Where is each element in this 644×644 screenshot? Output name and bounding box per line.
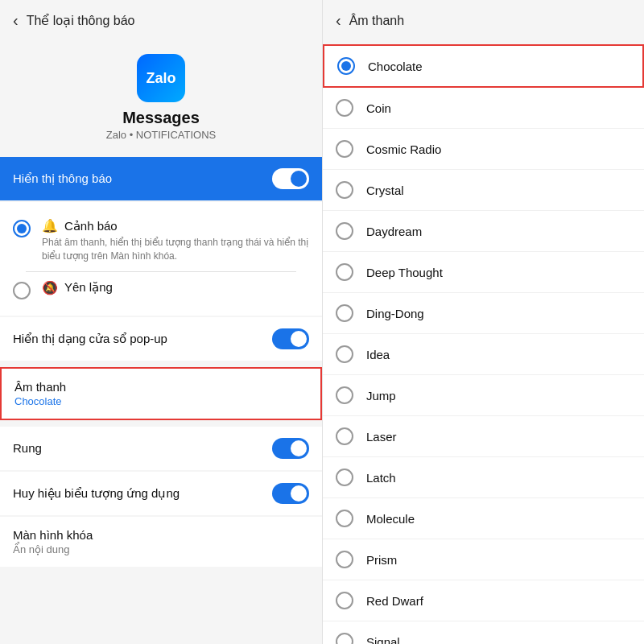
alert-option[interactable]: 🔔 Cảnh báo Phát âm thanh, hiển thị biểu … (13, 210, 309, 271)
sound-radio-dot (336, 386, 353, 404)
left-back-button[interactable]: ‹ (13, 11, 19, 30)
sound-item-label: Coin (366, 101, 391, 115)
vibrate-row[interactable]: Rung (0, 427, 322, 470)
sound-item-label: Red Dwarf (366, 594, 423, 608)
badge-row[interactable]: Huy hiệu biểu tượng ứng dụng (0, 472, 322, 515)
badge-knob (291, 485, 307, 502)
sound-radio-dot (336, 263, 353, 281)
silent-radio[interactable] (13, 282, 31, 299)
sound-item[interactable]: Jump (323, 375, 644, 416)
show-notification-label: Hiển thị thông báo (13, 171, 112, 186)
sound-item[interactable]: Laser (323, 416, 644, 457)
sound-item-label: Idea (366, 348, 390, 361)
badge-toggle[interactable] (272, 483, 309, 504)
alert-radio[interactable] (13, 220, 31, 237)
sound-item-label: Laser (366, 430, 397, 444)
notification-type-section: 🔔 Cảnh báo Phát âm thanh, hiển thị biểu … (0, 202, 322, 316)
sound-item-label: Chocolate (368, 60, 423, 73)
sound-item[interactable]: Red Dwarf (323, 580, 644, 621)
show-notification-toggle[interactable] (272, 168, 309, 189)
alert-description: Phát âm thanh, hiển thị biểu tượng thanh… (42, 236, 309, 263)
sound-label: Âm thanh (14, 380, 308, 394)
badge-label: Huy hiệu biểu tượng ứng dụng (13, 486, 180, 501)
sound-item[interactable]: Prism (323, 539, 644, 580)
right-back-button[interactable]: ‹ (336, 11, 341, 30)
sound-item-label: Latch (366, 471, 396, 485)
sound-value: Chocolate (14, 395, 308, 407)
alert-content: 🔔 Cảnh báo Phát âm thanh, hiển thị biểu … (42, 218, 309, 263)
lock-screen-label: Màn hình khóa (13, 528, 309, 542)
vibrate-knob (291, 440, 307, 456)
sound-item[interactable]: Molecule (323, 498, 644, 539)
app-info: Zalo Messages Zalo • NOTIFICATIONS (0, 41, 322, 151)
sound-radio-dot (337, 57, 355, 75)
sound-list: ChocolateCoinCosmic RadioCrystalDaydream… (323, 44, 644, 644)
mute-bell-icon: 🔕 (42, 280, 58, 295)
silent-title: 🔕 Yên lặng (42, 280, 309, 295)
sound-item[interactable]: Crystal (323, 170, 644, 211)
silent-content: 🔕 Yên lặng (42, 280, 309, 295)
bell-icon: 🔔 (42, 218, 58, 233)
sound-radio-dot (336, 592, 353, 609)
sound-radio-dot (336, 633, 353, 644)
sound-item-label: Deep Thought (366, 266, 443, 279)
right-header: ‹ Âm thanh (323, 0, 644, 41)
app-icon: Zalo (137, 54, 185, 102)
sound-item-label: Daydream (366, 225, 422, 238)
sound-radio-dot (336, 510, 353, 527)
left-header: ‹ Thể loại thông báo (0, 0, 322, 41)
sound-item[interactable]: Daydream (323, 211, 644, 252)
popup-toggle-row[interactable]: Hiển thị dạng cửa sổ pop-up (0, 317, 322, 361)
app-name: Messages (122, 109, 200, 127)
sound-radio-dot (336, 551, 353, 568)
app-subtitle: Zalo • NOTIFICATIONS (106, 129, 217, 141)
vibrate-label: Rung (13, 441, 42, 455)
sound-item[interactable]: Signal (323, 621, 644, 644)
sound-row[interactable]: Âm thanh Chocolate (0, 367, 322, 420)
sound-radio-dot (336, 345, 353, 363)
sound-item[interactable]: Coin (323, 88, 644, 129)
vibrate-toggle[interactable] (272, 438, 309, 459)
toggle-knob (291, 171, 307, 187)
show-notification-row[interactable]: Hiển thị thông báo (0, 157, 322, 200)
right-header-title: Âm thanh (349, 14, 404, 28)
sound-item-label: Molecule (366, 512, 415, 526)
popup-toggle-label: Hiển thị dạng cửa sổ pop-up (13, 332, 167, 346)
sound-radio-dot (336, 99, 353, 117)
popup-toggle-knob (291, 331, 307, 347)
sound-item[interactable]: Idea (323, 334, 644, 375)
sound-item[interactable]: Chocolate (323, 44, 644, 88)
alert-title: 🔔 Cảnh báo (42, 218, 309, 233)
sound-item-label: Cosmic Radio (366, 142, 441, 156)
sound-item-label: Prism (366, 553, 397, 567)
left-header-title: Thể loại thông báo (27, 13, 135, 28)
lock-screen-sublabel: Ẩn nội dung (13, 543, 309, 555)
sound-radio-dot (336, 140, 353, 158)
lock-screen-row[interactable]: Màn hình khóa Ẩn nội dung (0, 517, 322, 567)
sound-radio-dot (336, 427, 353, 445)
sound-radio-dot (336, 181, 353, 199)
sound-item[interactable]: Cosmic Radio (323, 129, 644, 170)
app-icon-text: Zalo (146, 70, 175, 87)
sound-radio-dot (336, 304, 353, 322)
sound-item[interactable]: Deep Thought (323, 252, 644, 293)
sound-radio-dot (336, 222, 353, 240)
popup-toggle-switch[interactable] (272, 328, 309, 349)
silent-option[interactable]: 🔕 Yên lặng (13, 272, 309, 308)
sound-radio-dot (336, 469, 353, 486)
sound-item-label: Ding-Dong (366, 307, 424, 320)
sound-item-label: Crystal (366, 184, 404, 197)
sound-item-label: Jump (366, 389, 396, 402)
sound-item[interactable]: Ding-Dong (323, 293, 644, 334)
sound-item[interactable]: Latch (323, 457, 644, 498)
left-panel: ‹ Thể loại thông báo Zalo Messages Zalo … (0, 0, 322, 644)
right-panel: ‹ Âm thanh ChocolateCoinCosmic RadioCrys… (322, 0, 644, 644)
sound-item-label: Signal (366, 635, 400, 645)
